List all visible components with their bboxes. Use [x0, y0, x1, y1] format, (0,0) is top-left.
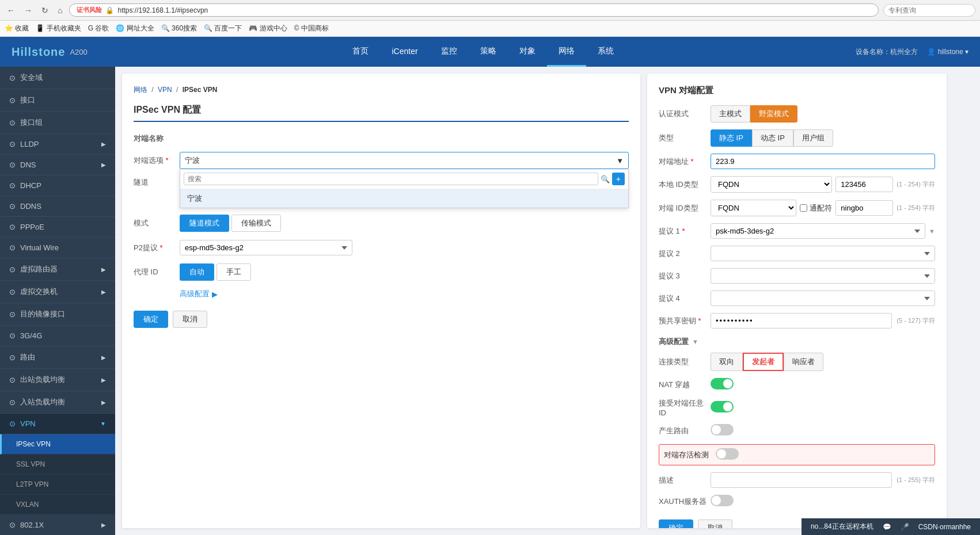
type-dynamic-ip-btn[interactable]: 动态 IP: [752, 129, 793, 147]
nav-monitor[interactable]: 监控: [430, 37, 469, 67]
sidebar-item-virtual-wire[interactable]: ⊙ Virtual Wire: [0, 238, 115, 258]
proxy-id-auto-btn[interactable]: 自动: [180, 263, 214, 281]
conn-bidirectional-btn[interactable]: 双向: [711, 353, 743, 371]
breadcrumb-vpn[interactable]: VPN: [158, 86, 172, 94]
sidebar-item-virtual-switch[interactable]: ⊙ 虚拟交换机 ▶: [0, 281, 115, 303]
sidebar-item-security-zone[interactable]: ⊙ 安全域: [0, 67, 115, 89]
peer-id-type-select[interactable]: FQDN: [711, 200, 796, 216]
proxy-id-label: 代理 ID: [134, 267, 180, 277]
home-button[interactable]: ⌂: [55, 5, 64, 16]
back-button[interactable]: ←: [5, 5, 17, 16]
bookmark-games[interactable]: 🎮 游戏中心: [249, 24, 287, 33]
forward-button[interactable]: →: [22, 5, 35, 16]
lldp-icon: ⊙: [9, 140, 16, 148]
tunnel-label: 隧道: [134, 177, 180, 188]
pppoe-icon: ⊙: [9, 223, 16, 231]
sidebar-item-dhcp[interactable]: ⊙ DHCP: [0, 175, 115, 196]
propose3-row: 提议 3: [659, 268, 935, 284]
chevron-right-icon7: ▶: [101, 399, 106, 406]
sidebar-item-dns[interactable]: ⊙ DNS ▶: [0, 155, 115, 175]
sidebar-item-lldp[interactable]: ⊙ LLDP ▶: [0, 134, 115, 155]
user-name[interactable]: 👤 hillstone ▾: [927, 48, 968, 56]
bookmark-favorites[interactable]: ⭐ 收藏: [5, 24, 29, 33]
conn-initiator-btn[interactable]: 发起者: [743, 353, 784, 371]
sidebar-item-virtual-router[interactable]: ⊙ 虚拟路由器 ▶: [0, 258, 115, 281]
propose1-select[interactable]: psk-md5-3des-g2: [711, 223, 925, 239]
generate-route-toggle[interactable]: [711, 424, 734, 435]
dropdown-add-button[interactable]: +: [612, 173, 625, 185]
sidebar-item-inbound-lb[interactable]: ⊙ 入站负载均衡 ▶: [0, 391, 115, 414]
auth-wild-mode-btn[interactable]: 野蛮模式: [750, 105, 797, 123]
bookmark-mobile[interactable]: 📱 手机收藏夹: [36, 24, 81, 33]
form-action-row: 确定 取消: [134, 311, 629, 328]
local-id-type-select[interactable]: FQDN: [711, 176, 832, 193]
peer-alive-toggle[interactable]: [716, 448, 739, 460]
chevron-right-icon3: ▶: [101, 266, 106, 273]
propose3-select[interactable]: [711, 268, 935, 284]
type-static-ip-btn[interactable]: 静态 IP: [711, 129, 752, 147]
nav-home[interactable]: 首页: [341, 37, 380, 67]
local-id-value-input[interactable]: [835, 177, 893, 192]
mode-transport-btn[interactable]: 传输模式: [231, 215, 281, 232]
sidebar-item-vxlan[interactable]: VXLAN: [0, 495, 115, 515]
sidebar-item-interface-group[interactable]: ⊙ 接口组: [0, 112, 115, 134]
propose4-row: 提议 4: [659, 291, 935, 306]
sidebar-item-802-1x[interactable]: ⊙ 802.1X ▶: [0, 515, 115, 535]
sidebar-item-3g4g[interactable]: ⊙ 3G/4G: [0, 326, 115, 346]
accept-any-id-toggle[interactable]: [711, 401, 734, 412]
conn-type-control: 双向 发起者 响应者: [711, 353, 935, 371]
peer-option-select[interactable]: 宁波 ▼: [180, 152, 629, 169]
xauth-toggle[interactable]: [711, 495, 734, 506]
psk-input[interactable]: [711, 313, 892, 328]
peer-addr-input[interactable]: [711, 154, 935, 169]
dropdown-item-ningbo[interactable]: 宁波: [180, 189, 628, 208]
chevron-right-icon6: ▶: [101, 377, 106, 383]
peer-id-match-any-checkbox[interactable]: [800, 204, 807, 212]
browser-search-input[interactable]: [883, 4, 975, 17]
advanced-config-link[interactable]: 高级配置 ▶: [180, 289, 629, 299]
form-cancel-button[interactable]: 取消: [173, 311, 207, 328]
nav-policy[interactable]: 策略: [469, 37, 508, 67]
bookmark-trademark[interactable]: © 中国商标: [294, 24, 329, 33]
breadcrumb-network[interactable]: 网络: [134, 86, 147, 94]
nav-objects[interactable]: 对象: [508, 37, 547, 67]
search-icon: 🔍: [601, 175, 610, 184]
bookmark-google[interactable]: G 谷歌: [88, 24, 109, 33]
nat-toggle[interactable]: [711, 378, 734, 389]
sidebar-item-outbound-lb[interactable]: ⊙ 出站负载均衡 ▶: [0, 369, 115, 391]
sidebar-item-l2tp-vpn[interactable]: L2TP VPN: [0, 475, 115, 495]
conn-responder-btn[interactable]: 响应者: [784, 353, 823, 371]
sidebar-item-routing[interactable]: ⊙ 路由 ▶: [0, 346, 115, 369]
type-user-group-btn[interactable]: 用户组: [793, 129, 833, 147]
reload-button[interactable]: ↻: [39, 5, 51, 16]
url-bar[interactable]: 证书风险 🔒 https://192.168.1.1/#ipsecvpn: [69, 3, 879, 17]
vpn-cancel-button[interactable]: 取消: [698, 519, 732, 528]
dropdown-search-input[interactable]: [184, 173, 598, 185]
sidebar-item-pppoe[interactable]: ⊙ PPPoE: [0, 217, 115, 238]
form-confirm-button[interactable]: 确定: [134, 311, 168, 328]
advanced-row: 高级配置 ▶: [134, 289, 629, 299]
desc-input[interactable]: [711, 472, 892, 488]
peer-id-hint: (1 - 254) 字符: [897, 204, 935, 212]
sidebar-item-mirror[interactable]: ⊙ 目的镜像接口: [0, 303, 115, 326]
nav-network[interactable]: 网络: [547, 37, 586, 67]
bookmark-360[interactable]: 🔍 360搜索: [161, 24, 197, 33]
sidebar-item-vpn[interactable]: ⊙ VPN ▼: [0, 414, 115, 434]
sidebar-item-ddns[interactable]: ⊙ DDNS: [0, 196, 115, 217]
peer-id-value-input[interactable]: [835, 200, 893, 216]
auth-main-mode-btn[interactable]: 主模式: [711, 105, 750, 123]
propose4-select[interactable]: [711, 291, 935, 306]
nav-icenter[interactable]: iCenter: [380, 37, 429, 67]
p2-select[interactable]: esp-md5-3des-g2: [180, 240, 352, 255]
proxy-id-manual-btn[interactable]: 手工: [216, 263, 251, 281]
bookmark-baidu[interactable]: 🔍 百度一下: [204, 24, 242, 33]
nav-system[interactable]: 系统: [586, 37, 625, 67]
mode-tunnel-btn[interactable]: 隧道模式: [180, 215, 229, 232]
sidebar-item-interface[interactable]: ⊙ 接口: [0, 89, 115, 112]
propose2-select[interactable]: [711, 246, 935, 261]
sidebar-item-ipsec-vpn[interactable]: IPSec VPN: [0, 434, 115, 454]
nat-row: NAT 穿越: [659, 378, 935, 391]
bookmark-nav[interactable]: 🌐 网址大全: [116, 24, 154, 33]
vpn-confirm-button[interactable]: 确定: [659, 519, 693, 528]
sidebar-item-ssl-vpn[interactable]: SSL VPN: [0, 454, 115, 475]
